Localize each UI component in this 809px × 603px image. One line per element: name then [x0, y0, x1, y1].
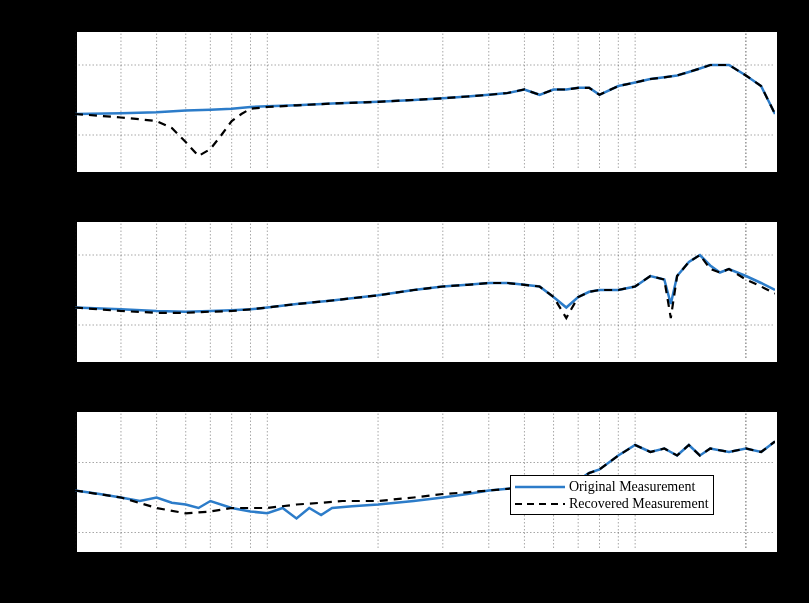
legend-item-original: Original Measurement	[515, 478, 709, 495]
ytick-label: -20	[21, 128, 71, 143]
ytick-label: 0	[21, 248, 71, 263]
chart-svg-2	[75, 220, 775, 360]
series-original	[75, 65, 775, 114]
series-original	[75, 255, 775, 312]
xtick-label: 103	[259, 556, 276, 573]
legend-label-recovered: Recovered Measurement	[569, 496, 709, 512]
legend-line-original	[515, 480, 565, 494]
ytick-label: -20	[21, 525, 71, 540]
xtick-label: 104	[627, 556, 644, 573]
series-recovered	[75, 255, 775, 318]
xlabel: Frequency Hz	[75, 579, 775, 596]
legend-line-recovered	[515, 497, 565, 511]
ytick-label: -20	[21, 318, 71, 333]
legend: Original Measurement Recovered Measureme…	[510, 475, 714, 515]
legend-label-original: Original Measurement	[569, 479, 695, 495]
legend-item-recovered: Recovered Measurement	[515, 495, 709, 512]
ytick-label: 0	[21, 455, 71, 470]
chart-svg-1	[75, 30, 775, 170]
figure: Magnitude dB Magnitude dB Magnitude dB F…	[0, 0, 809, 603]
ytick-label: 0	[21, 58, 71, 73]
